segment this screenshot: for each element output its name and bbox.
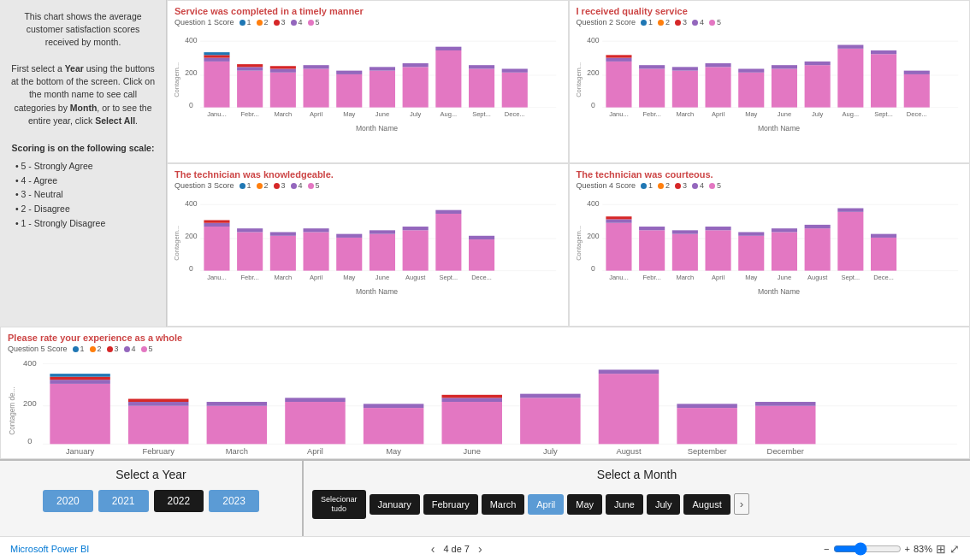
svg-text:Dece...: Dece... <box>873 274 894 281</box>
year-2022-button[interactable]: 2022 <box>154 490 204 512</box>
chart-5-legend: Question 5 Score 1 2 3 4 5 <box>8 345 962 353</box>
svg-rect-51 <box>606 55 631 57</box>
fit-page-icon[interactable]: ⊞ <box>936 542 946 556</box>
nav-next-button[interactable]: › <box>475 542 486 556</box>
chart-4-title: The technician was courteous. <box>577 169 963 180</box>
svg-rect-90 <box>204 221 229 223</box>
svg-rect-114 <box>469 236 494 239</box>
svg-rect-180 <box>441 395 501 398</box>
svg-text:400: 400 <box>587 36 600 44</box>
chart-2-legend: Question 2 Score 1 2 3 4 5 <box>577 18 963 27</box>
chart-panel-3: The technician was knowledgeable. Questi… <box>167 163 569 327</box>
powerbi-link[interactable]: Microsoft Power BI <box>10 544 89 554</box>
month-july-button[interactable]: July <box>647 494 681 515</box>
svg-rect-71 <box>837 49 863 108</box>
chart-2-body: 400 200 0 Contagem... Janu... Febr.. <box>577 28 963 159</box>
svg-rect-166 <box>128 402 188 406</box>
svg-rect-18 <box>270 66 296 68</box>
svg-rect-167 <box>128 399 188 403</box>
month-august-button[interactable]: August <box>683 494 730 515</box>
year-2020-button[interactable]: 2020 <box>43 490 93 512</box>
svg-text:Sept...: Sept... <box>439 274 458 281</box>
svg-rect-66 <box>771 65 796 68</box>
svg-text:July: July <box>811 110 823 118</box>
svg-text:July: July <box>410 110 422 118</box>
svg-rect-179 <box>441 398 501 402</box>
svg-rect-105 <box>370 230 395 233</box>
svg-rect-146 <box>837 212 863 271</box>
expand-icon[interactable]: ⤢ <box>949 542 960 556</box>
svg-rect-160 <box>50 384 109 444</box>
svg-rect-12 <box>237 71 263 108</box>
svg-rect-125 <box>606 219 631 222</box>
svg-rect-17 <box>270 68 296 72</box>
svg-rect-99 <box>304 228 329 232</box>
month-april-button[interactable]: April <box>528 494 564 515</box>
nav-prev-button[interactable]: ‹ <box>428 542 439 556</box>
svg-text:Janu...: Janu... <box>207 110 227 118</box>
svg-text:May: May <box>386 446 401 456</box>
q2-label: Question 2 Score <box>577 18 636 27</box>
svg-rect-163 <box>50 374 109 377</box>
svg-text:Febr...: Febr... <box>642 274 660 281</box>
svg-text:Dece...: Dece... <box>471 274 492 281</box>
svg-text:Dece...: Dece... <box>505 110 525 118</box>
svg-rect-131 <box>671 234 697 271</box>
svg-text:Contagem de...: Contagem de... <box>9 387 16 435</box>
svg-rect-72 <box>837 45 863 49</box>
month-may-button[interactable]: May <box>567 494 602 515</box>
chart-panel-5: Please rate your experience as a whole Q… <box>0 327 970 459</box>
zoom-plus[interactable]: + <box>905 544 910 554</box>
svg-text:May: May <box>745 274 757 281</box>
svg-rect-8 <box>204 58 229 62</box>
month-select-panel: Select a Month Selecionartudo January Fe… <box>304 461 970 536</box>
svg-rect-69 <box>804 62 830 65</box>
svg-rect-39 <box>502 68 528 72</box>
svg-text:400: 400 <box>185 36 198 44</box>
svg-rect-54 <box>639 65 665 68</box>
svg-text:400: 400 <box>587 199 600 208</box>
month-select-title: Select a Month <box>312 468 961 481</box>
svg-rect-93 <box>237 228 263 232</box>
chart-panel-4: The technician was courteous. Question 4… <box>569 163 971 327</box>
svg-text:Contagem...: Contagem... <box>577 226 583 261</box>
svg-rect-88 <box>204 227 229 271</box>
svg-rect-175 <box>364 408 423 444</box>
month-february-button[interactable]: February <box>423 494 478 515</box>
svg-rect-29 <box>403 67 429 107</box>
svg-text:Month Name: Month Name <box>757 287 799 296</box>
page-info: 4 de 7 <box>443 544 470 554</box>
svg-rect-75 <box>871 50 896 54</box>
svg-text:0: 0 <box>189 264 193 273</box>
zoom-slider[interactable] <box>833 542 902 556</box>
month-nav-next[interactable]: › <box>734 493 749 515</box>
svg-text:April: April <box>712 274 725 281</box>
zoom-minus[interactable]: − <box>824 544 829 554</box>
svg-text:June: June <box>464 446 481 456</box>
svg-rect-10 <box>204 52 229 55</box>
svg-text:Aug...: Aug... <box>441 110 458 118</box>
svg-rect-98 <box>304 232 329 270</box>
svg-rect-110 <box>435 214 461 271</box>
svg-text:Month Name: Month Name <box>356 287 398 296</box>
svg-rect-182 <box>520 398 580 444</box>
year-2021-button[interactable]: 2021 <box>98 490 149 512</box>
svg-text:March: March <box>226 446 248 456</box>
svg-rect-57 <box>671 67 697 70</box>
svg-text:June: June <box>376 274 389 281</box>
charts-area: Service was completed in a timely manner… <box>167 0 970 327</box>
main-container: This chart shows the average customer sa… <box>0 0 970 560</box>
year-2023-button[interactable]: 2023 <box>209 490 259 512</box>
svg-rect-108 <box>403 227 429 230</box>
svg-rect-53 <box>639 68 665 107</box>
month-january-button[interactable]: January <box>370 494 420 515</box>
month-march-button[interactable]: March <box>482 494 525 515</box>
select-all-button[interactable]: Selecionartudo <box>312 490 366 519</box>
sidebar-scoring: Scoring is on the following scale: 5 - S… <box>10 141 156 231</box>
svg-rect-104 <box>370 234 395 271</box>
svg-rect-14 <box>237 64 263 67</box>
month-june-button[interactable]: June <box>606 494 643 515</box>
chart-2-svg: 400 200 0 Contagem... Janu... Febr.. <box>577 28 963 159</box>
svg-text:March: March <box>274 274 292 281</box>
svg-text:Janu...: Janu... <box>609 274 629 281</box>
